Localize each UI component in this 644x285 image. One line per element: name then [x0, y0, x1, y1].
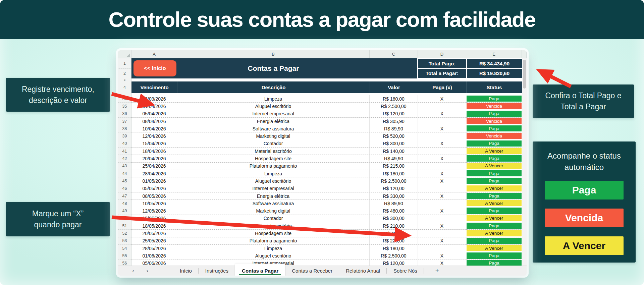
sheet-tab-sobre-nos[interactable]: Sobre Nós	[387, 266, 424, 276]
cell-valor[interactable]: R$ 140,00	[370, 148, 418, 155]
cell-paga-x[interactable]	[418, 132, 466, 140]
cell-status[interactable]: A Vencer	[466, 215, 522, 222]
row-number[interactable]: 37	[118, 118, 131, 125]
cell-valor[interactable]: R$ 49,90	[370, 155, 418, 162]
cell-descricao[interactable]: Plataforma pagamento	[177, 237, 370, 245]
cell-status[interactable]: Paga	[466, 140, 522, 148]
cell-vencimento[interactable]: 18/04/2026	[131, 148, 177, 155]
cell-paga-x[interactable]: X	[418, 207, 466, 215]
column-header-e[interactable]: E	[466, 50, 522, 58]
cell-descricao[interactable]: Limpeza	[177, 245, 370, 252]
cell-vencimento[interactable]: 08/04/2026	[131, 118, 177, 125]
cell-status[interactable]: Paga	[466, 207, 522, 215]
cell-vencimento[interactable]: 05/04/2026	[131, 110, 177, 118]
cell-valor[interactable]: R$ 2.500,00	[370, 252, 418, 260]
column-header-a[interactable]: A	[131, 50, 177, 58]
cell-valor[interactable]: R$ 120,00	[370, 260, 418, 266]
column-header-c[interactable]: C	[370, 50, 418, 58]
cell-descricao[interactable]: Limpeza	[177, 95, 370, 103]
cell-valor[interactable]: R$ 480,00	[370, 207, 418, 215]
cell-status[interactable]: Paga	[466, 260, 522, 266]
cell-valor[interactable]: R$ 300,00	[370, 140, 418, 148]
cell-descricao[interactable]: Plataforma pagamento	[177, 163, 370, 170]
row-number[interactable]: 36	[118, 110, 131, 118]
cell-descricao[interactable]: Hospedagem site	[177, 155, 370, 162]
cell-valor[interactable]: R$ 215,00	[370, 163, 418, 170]
row-number[interactable]: 41	[118, 148, 131, 155]
cell-paga-x[interactable]: X	[418, 222, 466, 230]
header-vencimento[interactable]: Vencimento	[131, 81, 177, 93]
row-number[interactable]: 45	[118, 177, 131, 185]
cell-paga-x[interactable]: X	[418, 140, 466, 148]
cell-paga-x[interactable]: X	[418, 170, 466, 177]
cell-status[interactable]: A Vencer	[466, 163, 522, 170]
cell-vencimento[interactable]: 12/05/2026	[131, 207, 177, 215]
cell-valor[interactable]: R$ 305,90	[370, 118, 418, 125]
cell-valor[interactable]: R$ 180,00	[370, 170, 418, 177]
select-all-corner[interactable]	[118, 50, 131, 58]
cell-status[interactable]: Paga	[466, 237, 522, 245]
cell-status[interactable]: Paga	[466, 192, 522, 200]
cell-status[interactable]: A Vencer	[466, 200, 522, 207]
cell-descricao[interactable]: Marketing digital	[177, 207, 370, 215]
cell-paga-x[interactable]	[418, 118, 466, 125]
sheet-tab-instrucoes[interactable]: Instruções	[199, 266, 235, 276]
cell-descricao[interactable]: Software assinatura	[177, 200, 370, 207]
cell-status[interactable]: A Vencer	[466, 230, 522, 237]
cell-paga-x[interactable]	[418, 245, 466, 252]
cell-paga-x[interactable]	[418, 185, 466, 192]
cell-vencimento[interactable]: 01/04/2026	[131, 103, 177, 110]
cell-valor[interactable]: R$ 49,90	[370, 230, 418, 237]
cell-valor[interactable]: R$ 2.500,00	[370, 103, 418, 110]
row-number[interactable]: 38	[118, 125, 131, 132]
cell-vencimento[interactable]: 05/06/2026	[131, 260, 177, 266]
cell-paga-x[interactable]: X	[418, 95, 466, 103]
cell-paga-x[interactable]: X	[418, 155, 466, 162]
cell-valor[interactable]: R$ 120,00	[370, 110, 418, 118]
cell-status[interactable]: Paga	[466, 110, 522, 118]
cell-status[interactable]: Paga	[466, 95, 522, 103]
header-descricao[interactable]: Descrição	[177, 81, 370, 93]
cell-vencimento[interactable]: 20/04/2026	[131, 155, 177, 162]
cell-descricao[interactable]: Energia elétrica	[177, 118, 370, 125]
cell-valor[interactable]: R$ 520,00	[370, 132, 418, 140]
header-paga-x[interactable]: Paga (x)	[418, 81, 466, 93]
cell-paga-x[interactable]	[418, 103, 466, 110]
cell-vencimento[interactable]: 18/05/2026	[131, 222, 177, 230]
column-header-d[interactable]: D	[418, 50, 466, 58]
row-number[interactable]: 52	[118, 230, 131, 237]
row-number[interactable]: 46	[118, 185, 131, 192]
cell-descricao[interactable]: Material escritório	[177, 222, 370, 230]
sheet-tab-inicio[interactable]: Início	[173, 266, 199, 276]
row-number[interactable]: 35	[118, 103, 131, 110]
next-sheet-icon[interactable]: ›	[140, 268, 154, 274]
cell-vencimento[interactable]: 10/05/2026	[131, 200, 177, 207]
column-header-b[interactable]: B	[177, 50, 370, 58]
cell-status[interactable]: Paga	[466, 177, 522, 185]
cell-valor[interactable]: R$ 180,00	[370, 95, 418, 103]
cell-valor[interactable]: R$ 210,00	[370, 222, 418, 230]
cell-vencimento[interactable]: 15/04/2026	[131, 140, 177, 148]
cell-vencimento[interactable]: 15/05/2026	[131, 215, 177, 222]
cell-vencimento[interactable]: 25/05/2026	[131, 237, 177, 245]
row-number[interactable]: 53	[118, 237, 131, 245]
cell-paga-x[interactable]	[418, 215, 466, 222]
sheet-tab-contas-a-receber[interactable]: Contas a Receber	[285, 266, 339, 276]
cell-valor[interactable]: R$ 120,00	[370, 185, 418, 192]
total-due-value[interactable]: R$ 19.820,60	[467, 69, 522, 78]
cell-descricao[interactable]: Contador	[177, 215, 370, 222]
row-number[interactable]: 49	[118, 207, 131, 215]
cell-valor[interactable]: R$ 2.500,00	[370, 177, 418, 185]
cell-paga-x[interactable]	[418, 163, 466, 170]
cell-status[interactable]: Vencida	[466, 118, 522, 125]
cell-status[interactable]: Paga	[466, 155, 522, 162]
cell-descricao[interactable]: Marketing digital	[177, 132, 370, 140]
row-number[interactable]: 1	[118, 58, 131, 69]
cell-vencimento[interactable]: 28/05/2026	[131, 245, 177, 252]
total-paid-label[interactable]: Total Pago:	[418, 59, 466, 68]
cell-descricao[interactable]: Internet empresarial	[177, 185, 370, 192]
cell-vencimento[interactable]: 28/03/2026	[131, 95, 177, 103]
cell-valor[interactable]: R$ 89,90	[370, 200, 418, 207]
cell-paga-x[interactable]: X	[418, 192, 466, 200]
cell-valor[interactable]: R$ 180,00	[370, 245, 418, 252]
